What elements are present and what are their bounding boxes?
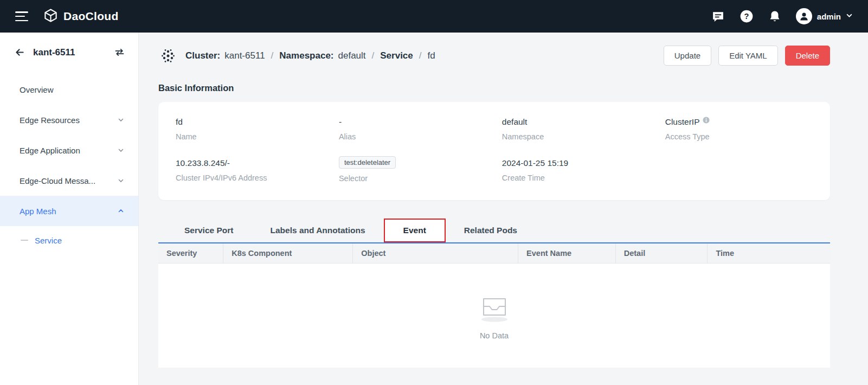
selector-tag: test:deletelater <box>339 156 396 169</box>
sidebar-item-label: App Mesh <box>20 207 56 216</box>
field-cluster-ip: 10.233.8.245/- Cluster IPv4/IPv6 Address <box>176 158 339 183</box>
chevron-down-icon <box>118 177 124 184</box>
sidebar-item-overview[interactable]: Overview <box>0 74 138 105</box>
chevron-down-icon <box>118 117 124 123</box>
cluster-dots-icon <box>158 46 178 66</box>
field-namespace: default Namespace <box>502 117 665 141</box>
user-menu[interactable]: admin <box>796 8 853 24</box>
field-alias: - Alias <box>339 117 502 141</box>
breadcrumb-cluster-label: Cluster: <box>185 50 220 61</box>
event-table-header: Severity K8s Component Object Event Name… <box>158 243 830 264</box>
field-label: Access Type <box>665 132 813 141</box>
detail-tabs: Service Port Labels and Annotations Even… <box>158 219 830 243</box>
refresh-icon[interactable] <box>114 47 125 58</box>
sidebar-item-label: Edge Application <box>20 146 80 155</box>
field-label: Selector <box>339 174 502 183</box>
message-icon[interactable] <box>711 10 725 23</box>
brand-name: DaoCloud <box>63 10 119 23</box>
brand-logo[interactable]: DaoCloud <box>43 8 119 25</box>
main-content: Cluster: kant-6511 / Namespace: default … <box>139 33 868 385</box>
tab-labels-annotations[interactable]: Labels and Annotations <box>252 219 383 242</box>
topbar-right: ? admin <box>711 8 853 24</box>
layout: kant-6511 Overview Edge Resources Edge A… <box>0 33 868 385</box>
field-label: Create Time <box>502 174 665 182</box>
topbar-left: DaoCloud <box>15 8 119 25</box>
sidebar-item-label: Edge-Cloud Messa... <box>20 176 95 185</box>
breadcrumb-service-label: Service <box>380 50 413 61</box>
breadcrumb-separator: / <box>372 50 375 61</box>
sidebar-nav: Overview Edge Resources Edge Application… <box>0 74 138 254</box>
tab-related-pods[interactable]: Related Pods <box>446 219 536 242</box>
field-label: Name <box>176 132 339 141</box>
breadcrumb-separator: / <box>419 50 422 61</box>
event-table: Severity K8s Component Object Event Name… <box>158 243 830 368</box>
field-selector: test:deletelater Selector <box>339 158 502 183</box>
field-label: Namespace <box>502 132 665 141</box>
header-actions: Update Edit YAML Delete <box>657 46 830 66</box>
chevron-down-icon <box>846 11 853 21</box>
cube-logo-icon <box>43 8 58 25</box>
sidebar-item-label: Edge Resources <box>20 116 80 125</box>
column-detail: Detail <box>616 243 708 263</box>
field-label: Alias <box>339 132 502 141</box>
breadcrumb-cluster-value: kant-6511 <box>224 50 265 61</box>
sidebar: kant-6511 Overview Edge Resources Edge A… <box>0 33 139 385</box>
sidebar-item-app-mesh[interactable]: App Mesh <box>0 196 138 226</box>
basic-information-grid: fd Name - Alias default Namespace Cluste… <box>176 117 813 183</box>
sidebar-item-label: Overview <box>20 85 54 94</box>
field-value: ClusterIP <box>665 117 700 127</box>
column-time: Time <box>708 243 830 263</box>
user-name: admin <box>817 12 841 21</box>
sidebar-header: kant-6511 <box>0 33 138 71</box>
event-table-empty-state: No Data <box>158 264 830 368</box>
field-empty <box>665 158 813 183</box>
field-value: fd <box>176 117 339 127</box>
sidebar-item-edge-cloud-message[interactable]: Edge-Cloud Messa... <box>0 165 138 196</box>
page-header: Cluster: kant-6511 / Namespace: default … <box>158 46 830 66</box>
dash-icon <box>21 240 28 241</box>
field-label: Cluster IPv4/IPv6 Address <box>176 174 339 182</box>
chevron-up-icon <box>118 208 124 214</box>
help-icon[interactable]: ? <box>740 9 754 23</box>
column-object: Object <box>353 243 518 263</box>
field-value: 2024-01-25 15:19 <box>502 158 665 168</box>
tab-service-port[interactable]: Service Port <box>166 219 252 242</box>
field-value: 10.233.8.245/- <box>176 158 339 168</box>
back-arrow-icon[interactable] <box>14 47 25 58</box>
svg-text:?: ? <box>744 12 749 21</box>
breadcrumb-namespace-label: Namespace: <box>279 50 333 61</box>
field-value: - <box>339 117 502 127</box>
edit-yaml-button[interactable]: Edit YAML <box>718 46 777 66</box>
breadcrumb-resource-name: fd <box>428 50 435 61</box>
column-k8s-component: K8s Component <box>223 243 353 263</box>
empty-box-icon <box>475 291 514 325</box>
field-access-type: ClusterIP Access Type <box>665 117 813 141</box>
column-event-name: Event Name <box>518 243 616 263</box>
delete-button[interactable]: Delete <box>785 46 830 66</box>
bell-icon[interactable] <box>768 10 781 23</box>
chevron-down-icon <box>118 147 124 153</box>
field-value: default <box>502 117 665 127</box>
basic-information-card: fd Name - Alias default Namespace Cluste… <box>158 102 830 200</box>
info-icon[interactable] <box>703 117 710 124</box>
sidebar-item-edge-application[interactable]: Edge Application <box>0 135 138 165</box>
cluster-name-title: kant-6511 <box>33 47 75 58</box>
menu-icon[interactable] <box>15 11 28 21</box>
tab-event[interactable]: Event <box>384 219 446 242</box>
sidebar-item-edge-resources[interactable]: Edge Resources <box>0 105 138 135</box>
field-name: fd Name <box>176 117 339 141</box>
sidebar-item-service[interactable]: Service <box>0 226 138 254</box>
column-severity: Severity <box>158 243 223 263</box>
no-data-text: No Data <box>480 331 509 340</box>
breadcrumb-separator: / <box>271 50 274 61</box>
basic-information-title: Basic Information <box>158 83 830 93</box>
breadcrumb: Cluster: kant-6511 / Namespace: default … <box>185 50 435 61</box>
avatar-icon <box>796 8 812 24</box>
breadcrumb-namespace-value: default <box>338 50 366 61</box>
field-create-time: 2024-01-25 15:19 Create Time <box>502 158 665 183</box>
update-button[interactable]: Update <box>664 46 711 66</box>
sidebar-subitem-label: Service <box>35 236 62 245</box>
topbar: DaoCloud ? <box>0 0 868 33</box>
